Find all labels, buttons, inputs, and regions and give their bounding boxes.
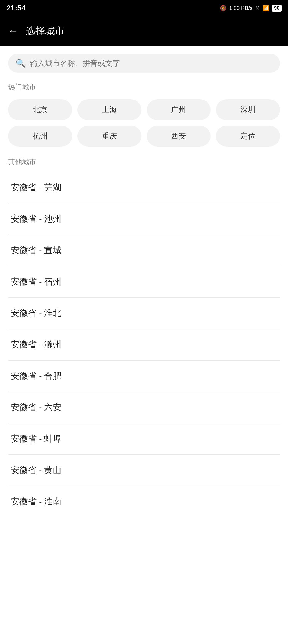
search-input[interactable] (30, 59, 272, 68)
list-item[interactable]: 安徽省 - 蚌埠 (8, 423, 280, 455)
hot-city-chip[interactable]: 杭州 (8, 126, 72, 147)
mute-icon: 🔕 (220, 5, 226, 11)
wifi-icon: 📶 (262, 5, 269, 11)
main-content: 🔍 热门城市 北京上海广州深圳杭州重庆西安定位 其他城市 安徽省 - 芜湖安徽省… (0, 46, 288, 510)
signal-icon: ✕ (255, 5, 260, 11)
network-speed: 1.80 KB/s (229, 5, 253, 11)
header: ← 选择城市 (0, 16, 288, 46)
list-item[interactable]: 安徽省 - 池州 (8, 203, 280, 235)
hot-city-chip[interactable]: 广州 (147, 99, 211, 120)
hot-city-chip[interactable]: 上海 (77, 99, 141, 120)
search-icon: 🔍 (16, 59, 26, 68)
list-item[interactable]: 安徽省 - 淮南 (8, 486, 280, 510)
list-item[interactable]: 安徽省 - 宣城 (8, 235, 280, 266)
status-time: 21:54 (6, 4, 26, 12)
list-item[interactable]: 安徽省 - 芜湖 (8, 172, 280, 203)
search-bar[interactable]: 🔍 (8, 54, 280, 73)
hot-city-chip[interactable]: 北京 (8, 99, 72, 120)
list-item[interactable]: 安徽省 - 黄山 (8, 455, 280, 486)
status-bar: 21:54 🔕 1.80 KB/s ✕ 📶 96 (0, 0, 288, 16)
list-item[interactable]: 安徽省 - 六安 (8, 392, 280, 423)
hot-city-chip[interactable]: 西安 (147, 126, 211, 147)
list-item[interactable]: 安徽省 - 合肥 (8, 361, 280, 392)
list-item[interactable]: 安徽省 - 滁州 (8, 329, 280, 361)
list-item[interactable]: 安徽省 - 宿州 (8, 266, 280, 298)
city-list: 安徽省 - 芜湖安徽省 - 池州安徽省 - 宣城安徽省 - 宿州安徽省 - 淮北… (8, 172, 280, 510)
status-icons: 🔕 1.80 KB/s ✕ 📶 96 (220, 5, 282, 12)
hot-city-chip[interactable]: 深圳 (216, 99, 280, 120)
list-item[interactable]: 安徽省 - 淮北 (8, 298, 280, 329)
other-cities-label: 其他城市 (8, 157, 280, 172)
page-title: 选择城市 (26, 24, 65, 38)
battery-icon: 96 (272, 5, 282, 12)
hot-cities-grid: 北京上海广州深圳杭州重庆西安定位 (8, 99, 280, 147)
hot-city-chip[interactable]: 重庆 (77, 126, 141, 147)
hot-city-chip[interactable]: 定位 (216, 126, 280, 147)
hot-cities-label: 热门城市 (8, 82, 280, 92)
back-button[interactable]: ← (8, 26, 18, 36)
